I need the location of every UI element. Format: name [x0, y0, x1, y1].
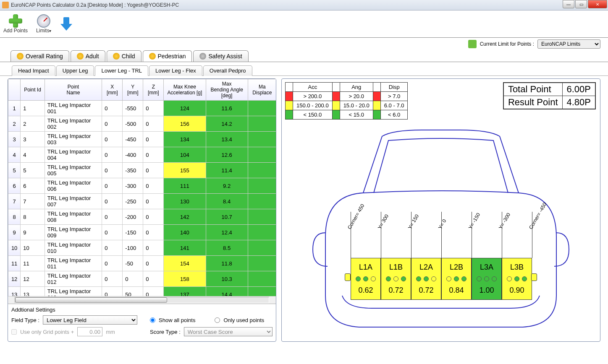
z-cell[interactable]: 0	[143, 194, 164, 209]
table-row[interactable]: 66TRL Leg Impactor 0060-30001119.2	[8, 178, 276, 194]
ang-cell[interactable]: 10.3	[206, 271, 248, 287]
point-name-cell[interactable]: TRL Leg Impactor 012	[45, 271, 102, 287]
show-all-radio[interactable]	[150, 317, 155, 323]
x-cell[interactable]: 0	[102, 178, 123, 194]
ang-cell[interactable]: 8.4	[206, 194, 248, 209]
tab-adult[interactable]: Adult	[71, 50, 105, 62]
zone-l3b[interactable]: L3B0.90	[502, 258, 532, 300]
disp-cell[interactable]	[248, 209, 276, 225]
subtab-lower-leg-flex[interactable]: Lower Leg - Flex	[149, 65, 202, 76]
z-cell[interactable]: 0	[143, 132, 164, 147]
acc-cell[interactable]: 137	[164, 287, 206, 296]
table-row[interactable]: 1111TRL Leg Impactor 0110-50015411.8	[8, 256, 276, 271]
grid-header[interactable]: X [mm]	[102, 79, 123, 101]
point-id-cell[interactable]: 12	[21, 271, 45, 287]
x-cell[interactable]: 0	[102, 147, 123, 163]
subtab-upper-leg[interactable]: Upper Leg	[56, 65, 94, 76]
x-cell[interactable]: 0	[102, 163, 123, 178]
disp-cell[interactable]	[248, 178, 276, 194]
point-id-cell[interactable]: 2	[21, 116, 45, 132]
data-grid[interactable]: Point IdPointNameX [mm]Y [mm]Z [mm]Max K…	[8, 79, 276, 296]
acc-cell[interactable]: 156	[164, 116, 206, 132]
point-name-cell[interactable]: TRL Leg Impactor 009	[45, 225, 102, 240]
point-name-cell[interactable]: TRL Leg Impactor 007	[45, 194, 102, 209]
table-row[interactable]: 11TRL Leg Impactor 0010-550012411.6	[8, 101, 276, 116]
z-cell[interactable]: 0	[143, 178, 164, 194]
grid-header[interactable]	[8, 79, 21, 101]
ang-cell[interactable]: 8.5	[206, 240, 248, 256]
field-type-select[interactable]: Lower Leg Field	[43, 315, 137, 325]
disp-cell[interactable]	[248, 132, 276, 147]
ang-cell[interactable]: 14.4	[206, 287, 248, 296]
ang-cell[interactable]: 10.7	[206, 209, 248, 225]
y-cell[interactable]: -350	[123, 163, 143, 178]
point-id-cell[interactable]: 8	[21, 209, 45, 225]
tab-safety-assist[interactable]: Safety Assist	[193, 50, 248, 62]
ang-cell[interactable]: 12.4	[206, 225, 248, 240]
ang-cell[interactable]: 11.6	[206, 101, 248, 116]
close-button[interactable]: ✕	[588, 0, 607, 8]
point-name-cell[interactable]: TRL Leg Impactor 011	[45, 256, 102, 271]
z-cell[interactable]: 0	[143, 209, 164, 225]
z-cell[interactable]: 0	[143, 225, 164, 240]
disp-cell[interactable]	[248, 271, 276, 287]
acc-cell[interactable]: 104	[164, 147, 206, 163]
point-id-cell[interactable]: 11	[21, 256, 45, 271]
z-cell[interactable]: 0	[143, 116, 164, 132]
y-cell[interactable]: -500	[123, 116, 143, 132]
x-cell[interactable]: 0	[102, 271, 123, 287]
scroll-thumb[interactable]	[15, 297, 167, 303]
point-id-cell[interactable]: 7	[21, 194, 45, 209]
acc-cell[interactable]: 142	[164, 209, 206, 225]
x-cell[interactable]: 0	[102, 256, 123, 271]
table-row[interactable]: 22TRL Leg Impactor 0020-500015614.2	[8, 116, 276, 132]
x-cell[interactable]: 0	[102, 101, 123, 116]
acc-cell[interactable]: 158	[164, 271, 206, 287]
table-row[interactable]: 77TRL Leg Impactor 0070-25001308.4	[8, 194, 276, 209]
point-name-cell[interactable]: TRL Leg Impactor 001	[45, 101, 102, 116]
point-name-cell[interactable]: TRL Leg Impactor 010	[45, 240, 102, 256]
acc-cell[interactable]: 155	[164, 163, 206, 178]
acc-cell[interactable]: 141	[164, 240, 206, 256]
grid-header[interactable]: MaDisplace	[248, 79, 276, 101]
disp-cell[interactable]	[248, 240, 276, 256]
horizontal-scrollbar[interactable]	[8, 296, 276, 304]
grid-header[interactable]: PointName	[45, 79, 102, 101]
disp-cell[interactable]	[248, 287, 276, 296]
x-cell[interactable]: 0	[102, 132, 123, 147]
ang-cell[interactable]: 9.2	[206, 178, 248, 194]
table-row[interactable]: 88TRL Leg Impactor 0080-200014210.7	[8, 209, 276, 225]
x-cell[interactable]: 0	[102, 240, 123, 256]
acc-cell[interactable]: 140	[164, 225, 206, 240]
point-name-cell[interactable]: TRL Leg Impactor 003	[45, 132, 102, 147]
disp-cell[interactable]	[248, 163, 276, 178]
grid-container[interactable]: Point IdPointNameX [mm]Y [mm]Z [mm]Max K…	[8, 79, 276, 296]
grid-header[interactable]: Z [mm]	[143, 79, 164, 101]
ang-cell[interactable]: 11.4	[206, 163, 248, 178]
grid-header[interactable]: MaxBending Angle[deg]	[206, 79, 248, 101]
y-cell[interactable]: -200	[123, 209, 143, 225]
point-name-cell[interactable]: TRL Leg Impactor 013	[45, 287, 102, 296]
point-name-cell[interactable]: TRL Leg Impactor 008	[45, 209, 102, 225]
z-cell[interactable]: 0	[143, 240, 164, 256]
acc-cell[interactable]: 124	[164, 101, 206, 116]
x-cell[interactable]: 0	[102, 225, 123, 240]
table-row[interactable]: 1212TRL Leg Impactor 01200015810.3	[8, 271, 276, 287]
table-row[interactable]: 55TRL Leg Impactor 0050-350015511.4	[8, 163, 276, 178]
z-cell[interactable]: 0	[143, 163, 164, 178]
score-type-select[interactable]: Worst Case Score	[184, 327, 273, 336]
x-cell[interactable]: 0	[102, 116, 123, 132]
point-id-cell[interactable]: 9	[21, 225, 45, 240]
ang-cell[interactable]: 11.8	[206, 256, 248, 271]
subtab-overall-pedpro[interactable]: Overall Pedpro	[203, 65, 252, 76]
grid-header[interactable]: Point Id	[21, 79, 45, 101]
point-name-cell[interactable]: TRL Leg Impactor 004	[45, 147, 102, 163]
ang-cell[interactable]: 14.2	[206, 116, 248, 132]
grid-header[interactable]: Max KneeAcceleration [g]	[164, 79, 206, 101]
x-cell[interactable]: 0	[102, 287, 123, 296]
y-cell[interactable]: -550	[123, 101, 143, 116]
subtab-lower-leg-trl[interactable]: Lower Leg - TRL	[95, 65, 148, 76]
zone-l1b[interactable]: L1B0.72	[381, 258, 411, 300]
table-row[interactable]: 99TRL Leg Impactor 0090-150014012.4	[8, 225, 276, 240]
disp-cell[interactable]	[248, 116, 276, 132]
